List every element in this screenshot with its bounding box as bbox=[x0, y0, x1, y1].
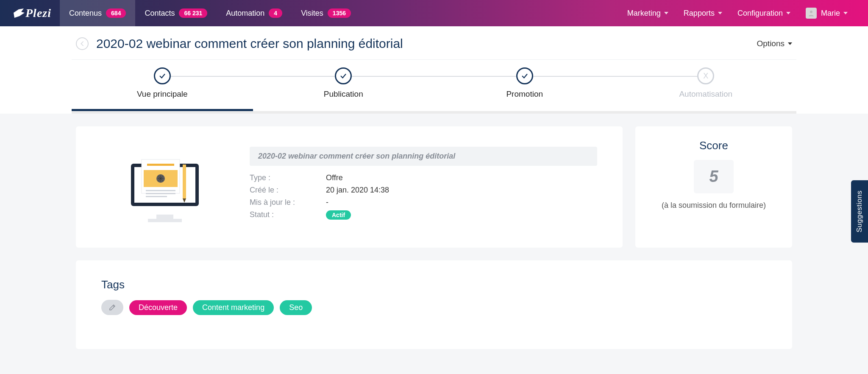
score-value: 5 bbox=[709, 167, 718, 186]
nav-left: Contenus 684 Contacts 66 231 Automation … bbox=[60, 0, 360, 26]
suggestions-tab[interactable]: Suggestions bbox=[851, 180, 868, 243]
plezi-bird-icon bbox=[13, 8, 25, 19]
step-label: Vue principale bbox=[72, 89, 253, 99]
nav-label: Configuration bbox=[737, 9, 783, 18]
check-icon bbox=[521, 72, 529, 80]
step-status-icon bbox=[516, 67, 533, 84]
info-value: - bbox=[326, 198, 328, 207]
svg-rect-11 bbox=[146, 196, 167, 197]
x-icon: X bbox=[703, 72, 708, 81]
info-label: Type : bbox=[250, 173, 326, 182]
content-row: 2020-02 webinar comment créer son planni… bbox=[72, 126, 796, 248]
check-icon bbox=[159, 72, 166, 80]
back-button[interactable] bbox=[76, 37, 89, 50]
chevron-down-icon bbox=[843, 12, 848, 14]
chevron-down-icon bbox=[786, 12, 790, 14]
svg-rect-9 bbox=[146, 190, 175, 191]
step-label: Publication bbox=[253, 89, 434, 99]
nav-badge: 684 bbox=[106, 8, 126, 18]
nav-label: Visites bbox=[301, 9, 323, 18]
info-row-status: Statut : Actif bbox=[250, 210, 597, 219]
nav-label: Rapports bbox=[684, 9, 715, 18]
nav-configuration[interactable]: Configuration bbox=[730, 0, 798, 26]
score-note: (à la soumission du formulaire) bbox=[648, 201, 779, 210]
tag-content-marketing[interactable]: Content marketing bbox=[193, 300, 274, 315]
chevron-down-icon bbox=[718, 12, 722, 14]
nav-automation[interactable]: Automation 4 bbox=[217, 0, 292, 26]
brand-logo[interactable]: Plezi bbox=[13, 6, 51, 20]
info-row-type: Type : Offre bbox=[250, 173, 597, 182]
info-row-updated: Mis à jour le : - bbox=[250, 198, 597, 207]
chevron-left-icon bbox=[80, 41, 84, 47]
svg-rect-10 bbox=[146, 193, 175, 194]
nav-badge: 1356 bbox=[328, 8, 351, 18]
svg-rect-3 bbox=[156, 215, 173, 219]
options-label: Options bbox=[757, 39, 785, 48]
nav-label: Contenus bbox=[69, 9, 102, 18]
svg-point-0 bbox=[810, 11, 812, 13]
avatar bbox=[806, 8, 817, 19]
nav-badge: 4 bbox=[269, 8, 282, 18]
chevron-down-icon bbox=[788, 42, 792, 45]
content-thumbnail bbox=[101, 147, 228, 227]
user-icon bbox=[807, 9, 815, 17]
nav-user[interactable]: Marie bbox=[798, 0, 855, 26]
steps-bar: Vue principale Publication Promotion X A… bbox=[72, 59, 796, 111]
edit-icon bbox=[108, 304, 116, 311]
edit-tags-button[interactable] bbox=[101, 300, 123, 315]
step-promotion[interactable]: Promotion bbox=[434, 60, 615, 111]
chevron-down-icon bbox=[664, 12, 668, 14]
info-label: Mis à jour le : bbox=[250, 198, 326, 207]
nav-label: Contacts bbox=[145, 9, 175, 18]
nav-rapports[interactable]: Rapports bbox=[676, 0, 730, 26]
svg-rect-6 bbox=[147, 164, 174, 166]
page-title: 2020-02 webinar comment créer son planni… bbox=[96, 36, 403, 51]
title-wrap: 2020-02 webinar comment créer son planni… bbox=[76, 36, 403, 51]
info-value: 20 jan. 2020 14:38 bbox=[326, 186, 389, 195]
options-button[interactable]: Options bbox=[757, 39, 792, 48]
user-name: Marie bbox=[821, 9, 840, 18]
status-badge: Actif bbox=[326, 210, 351, 220]
step-automatisation[interactable]: X Automatisation bbox=[615, 60, 797, 111]
nav-badge: 66 231 bbox=[179, 8, 207, 18]
nav-contenus[interactable]: Contenus 684 bbox=[60, 0, 135, 26]
details-title: 2020-02 webinar comment créer son planni… bbox=[250, 147, 597, 166]
brand-name: Plezi bbox=[25, 6, 51, 20]
info-row-created: Créé le : 20 jan. 2020 14:38 bbox=[250, 186, 597, 195]
check-icon bbox=[339, 72, 347, 80]
nav-marketing[interactable]: Marketing bbox=[620, 0, 676, 26]
tags-title: Tags bbox=[101, 278, 767, 291]
tag-decouverte[interactable]: Découverte bbox=[129, 300, 187, 315]
step-status-icon: X bbox=[697, 67, 714, 84]
top-nav: Plezi Contenus 684 Contacts 66 231 Autom… bbox=[0, 0, 868, 26]
nav-label: Automation bbox=[226, 9, 264, 18]
svg-rect-12 bbox=[183, 165, 186, 198]
subheader: 2020-02 webinar comment créer son planni… bbox=[0, 26, 868, 114]
info-value: Offre bbox=[326, 173, 343, 182]
step-vue-principale[interactable]: Vue principale bbox=[72, 60, 253, 111]
score-box: 5 bbox=[694, 160, 733, 193]
details-info: 2020-02 webinar comment créer son planni… bbox=[250, 147, 597, 227]
info-label: Créé le : bbox=[250, 186, 326, 195]
step-status-icon bbox=[154, 67, 171, 84]
details-card: 2020-02 webinar comment créer son planni… bbox=[76, 126, 623, 248]
nav-right: Marketing Rapports Configuration Marie bbox=[620, 0, 855, 26]
svg-rect-4 bbox=[148, 219, 182, 222]
info-label: Statut : bbox=[250, 210, 326, 219]
step-status-icon bbox=[335, 67, 352, 84]
score-label: Score bbox=[648, 139, 779, 152]
tags-row: Découverte Content marketing Seo bbox=[101, 300, 767, 315]
step-label: Promotion bbox=[434, 89, 615, 99]
step-label: Automatisation bbox=[615, 89, 797, 99]
tag-seo[interactable]: Seo bbox=[280, 300, 312, 315]
nav-contacts[interactable]: Contacts 66 231 bbox=[135, 0, 217, 26]
nav-label: Marketing bbox=[627, 9, 661, 18]
monitor-document-icon bbox=[118, 151, 211, 223]
step-publication[interactable]: Publication bbox=[253, 60, 434, 111]
tags-card: Tags Découverte Content marketing Seo bbox=[76, 260, 792, 349]
score-card: Score 5 (à la soumission du formulaire) bbox=[635, 126, 792, 248]
steps-shadow bbox=[72, 111, 796, 114]
nav-visites[interactable]: Visites 1356 bbox=[292, 0, 360, 26]
